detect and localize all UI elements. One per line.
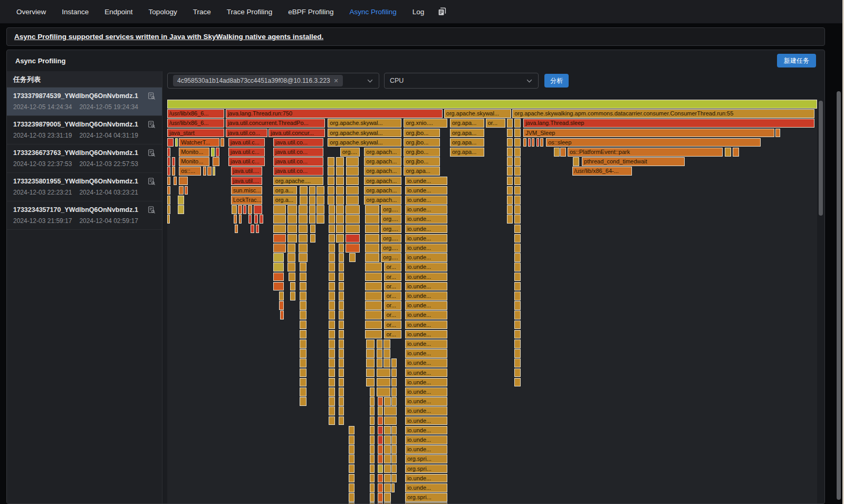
flame-frame[interactable] <box>514 321 521 329</box>
flame-frame[interactable] <box>329 234 335 243</box>
flame-frame[interactable] <box>299 234 308 243</box>
flame-frame[interactable] <box>273 273 284 282</box>
flame-frame[interactable] <box>329 292 335 301</box>
flame-frame[interactable] <box>514 119 521 128</box>
analyze-button[interactable]: 分析 <box>544 74 569 88</box>
flame-frame[interactable] <box>346 196 359 205</box>
flame-frame[interactable]: JVM_Sleep <box>523 129 774 138</box>
flame-frame[interactable] <box>248 215 252 224</box>
task-detail-icon[interactable] <box>147 206 156 214</box>
flame-frame[interactable] <box>329 205 335 214</box>
flame-frame[interactable]: io.unde... <box>405 253 447 262</box>
flame-frame[interactable] <box>532 138 534 147</box>
flame-frame[interactable]: java.lang.Thread.sleep <box>523 119 814 128</box>
flame-frame[interactable]: WatcherT... <box>179 138 219 147</box>
flame-frame[interactable] <box>365 311 382 319</box>
tab-trace[interactable]: Trace <box>185 0 219 24</box>
flame-frame[interactable] <box>383 340 390 348</box>
flame-frame[interactable] <box>287 234 297 243</box>
flame-frame[interactable] <box>179 177 188 186</box>
flame-frame[interactable] <box>349 445 354 454</box>
flame-frame[interactable]: org.apach... <box>364 157 401 166</box>
flame-frame[interactable] <box>254 205 262 214</box>
flame-frame[interactable]: or... <box>384 330 401 339</box>
flame-frame[interactable] <box>329 340 335 348</box>
flame-frame[interactable] <box>391 369 397 377</box>
flame-frame[interactable] <box>366 358 375 367</box>
flame-frame[interactable] <box>299 205 308 214</box>
flame-frame[interactable]: io.unde... <box>405 474 447 483</box>
flame-frame[interactable] <box>172 157 175 166</box>
flame-frame[interactable] <box>514 205 521 214</box>
flame-frame[interactable] <box>507 186 513 195</box>
flame-frame[interactable] <box>299 225 308 234</box>
flame-frame[interactable] <box>232 205 237 214</box>
flame-frame[interactable] <box>273 244 286 253</box>
flame-frame[interactable] <box>329 253 335 262</box>
flame-frame[interactable] <box>273 253 284 262</box>
flame-frame[interactable]: org.... <box>381 253 401 262</box>
flame-frame[interactable] <box>309 196 315 205</box>
flame-frame[interactable] <box>378 416 383 425</box>
flame-frame[interactable] <box>377 378 390 387</box>
flame-frame[interactable] <box>370 426 375 435</box>
flame-frame[interactable] <box>349 454 354 463</box>
flame-frame[interactable]: or... <box>486 119 505 128</box>
flame-frame[interactable] <box>514 311 521 319</box>
flame-frame[interactable] <box>349 426 354 435</box>
flame-frame[interactable]: org.spri... <box>405 454 447 463</box>
flame-frame[interactable] <box>514 157 521 166</box>
flame-frame[interactable] <box>365 301 382 310</box>
flame-frame[interactable] <box>329 406 335 415</box>
flame-frame[interactable] <box>514 263 521 272</box>
flame-frame[interactable]: or... <box>384 321 401 329</box>
flame-frame[interactable]: io.unde... <box>405 225 447 234</box>
flame-frame[interactable] <box>391 454 397 463</box>
flame-frame[interactable] <box>290 292 295 301</box>
task-list-item[interactable]: 1733379874539_YWdlbnQ6OnNvbmdz.12024-12-… <box>7 88 162 116</box>
flame-frame[interactable] <box>287 215 297 224</box>
flame-frame[interactable] <box>378 445 383 454</box>
flame-frame[interactable] <box>289 273 295 282</box>
flame-frame[interactable] <box>507 119 513 128</box>
flame-frame[interactable]: org.a... <box>273 186 298 195</box>
flame-frame[interactable] <box>254 215 258 224</box>
menu-docs-icon[interactable] <box>437 7 447 16</box>
flame-frame[interactable] <box>279 301 284 310</box>
flame-frame[interactable] <box>391 426 397 435</box>
flame-frame[interactable] <box>273 282 284 291</box>
flame-frame[interactable] <box>514 167 521 176</box>
flame-frame[interactable]: java.util.co... <box>226 129 267 138</box>
task-detail-icon[interactable] <box>147 92 156 100</box>
flame-frame[interactable] <box>346 244 360 253</box>
flame-frame[interactable] <box>339 311 344 319</box>
flame-frame[interactable] <box>300 378 306 387</box>
flame-frame[interactable] <box>514 301 521 310</box>
flame-frame[interactable] <box>365 292 382 301</box>
flame-frame[interactable]: os::sleep <box>546 138 761 147</box>
flame-frame[interactable] <box>514 253 521 262</box>
flame-frame[interactable]: or... <box>384 263 401 272</box>
flame-frame[interactable] <box>339 253 344 262</box>
flame-frame[interactable] <box>178 196 184 205</box>
task-detail-icon[interactable] <box>147 177 156 186</box>
flame-frame[interactable] <box>391 358 397 367</box>
flame-frame[interactable]: pthread_cond_timedwait <box>582 157 685 166</box>
tab-log[interactable]: Log <box>405 0 433 24</box>
instance-select[interactable]: 4c958530a1b14ad8ab73cc4451a39f08@10.116.… <box>167 73 379 89</box>
flame-frame[interactable]: org.... <box>381 215 401 224</box>
flame-frame[interactable]: org.... <box>381 244 401 253</box>
flame-frame[interactable] <box>167 100 817 109</box>
flame-frame[interactable] <box>370 406 375 415</box>
flame-frame[interactable] <box>300 186 308 195</box>
flame-frame[interactable]: org.apache.... <box>273 177 323 186</box>
flame-frame[interactable] <box>238 205 242 214</box>
flame-frame[interactable] <box>329 330 335 339</box>
flame-frame[interactable] <box>216 148 219 157</box>
flame-frame[interactable]: io.unde... <box>405 186 447 195</box>
flame-frame[interactable] <box>378 454 383 463</box>
flame-frame[interactable] <box>167 177 170 186</box>
flame-frame[interactable] <box>185 186 188 195</box>
flame-frame[interactable]: io.unde... <box>405 301 447 310</box>
flame-frame[interactable]: org.spri... <box>405 464 447 473</box>
